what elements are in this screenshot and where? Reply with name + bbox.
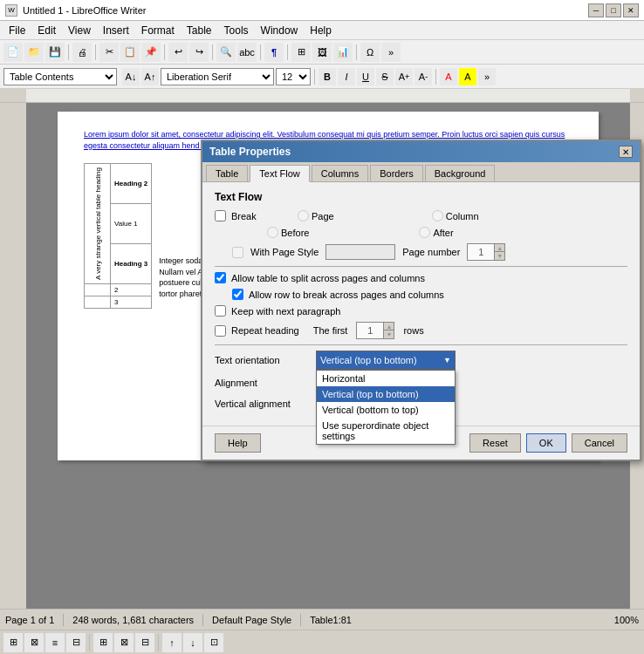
orientation-option-vertical-top[interactable]: Vertical (top to bottom) [317, 386, 455, 402]
dialog-title: Table Properties [209, 146, 291, 158]
maximize-button[interactable]: □ [606, 3, 621, 17]
tab-columns[interactable]: Columns [312, 165, 368, 181]
menu-insert[interactable]: Insert [98, 23, 134, 38]
font-selector[interactable]: Liberation Serif [161, 68, 274, 85]
style-selector[interactable]: Table Contents [3, 68, 117, 85]
toolbar-sep-1 [68, 44, 69, 60]
window-controls: ─ □ ✕ [588, 3, 639, 17]
paste-button[interactable]: 📌 [141, 43, 161, 62]
chart-button[interactable]: 📊 [333, 43, 353, 62]
print-button[interactable]: 🖨 [72, 43, 92, 62]
page-number-up[interactable]: ▲ [494, 244, 504, 252]
underline-button[interactable]: U [357, 68, 374, 85]
special-char-button[interactable]: Ω [360, 43, 380, 62]
zoom-level: 100% [614, 615, 639, 625]
font-size-selector[interactable]: 12 pt [276, 68, 311, 85]
more-fmt-button[interactable]: » [478, 68, 496, 85]
table-tool-5[interactable]: ⊞ [93, 633, 113, 652]
first-rows-up[interactable]: ▲ [383, 323, 394, 330]
table-row3-val: 3 [114, 298, 118, 306]
tab-table[interactable]: Table [206, 165, 248, 181]
rows-label: rows [403, 325, 423, 336]
menu-format[interactable]: Format [136, 23, 180, 38]
bold-button[interactable]: B [319, 68, 336, 85]
before-radio[interactable] [267, 227, 278, 238]
title-bar: W Untitled 1 - LibreOffice Writer ─ □ ✕ [0, 0, 644, 21]
table-tool-2[interactable]: ⊠ [24, 633, 44, 652]
dialog-close-button[interactable]: ✕ [619, 146, 633, 158]
keep-next-label: Keep with next paragraph [231, 306, 340, 317]
divider-2 [215, 344, 627, 345]
orientation-value: Vertical (top to bottom) [320, 355, 417, 365]
italic-button[interactable]: I [338, 68, 355, 85]
superscript-button[interactable]: A+ [395, 68, 413, 85]
page-radio[interactable] [298, 210, 309, 221]
column-radio[interactable] [432, 210, 443, 221]
ok-button[interactable]: OK [526, 433, 566, 453]
break-checkbox[interactable] [215, 210, 226, 221]
menu-table[interactable]: Table [182, 23, 217, 38]
text-orientation-row: Text orientation Vertical (top to bottom… [215, 351, 627, 370]
allow-row-break-checkbox[interactable] [232, 289, 243, 300]
redo-button[interactable]: ↪ [189, 43, 209, 62]
repeat-heading-checkbox[interactable] [215, 325, 226, 337]
minimize-button[interactable]: ─ [588, 3, 604, 17]
undo-button[interactable]: ↩ [168, 43, 188, 62]
after-radio[interactable] [419, 227, 430, 238]
image-button[interactable]: 🖼 [312, 43, 332, 62]
table-tool-9[interactable]: ↓ [183, 633, 202, 652]
cancel-button[interactable]: Cancel [572, 433, 627, 453]
tab-background[interactable]: Background [425, 165, 496, 181]
table-row1-val: Value 1 [114, 220, 138, 228]
save-button[interactable]: 💾 [45, 43, 65, 62]
subscript-button[interactable]: A- [414, 68, 432, 85]
table-tool-8[interactable]: ↑ [162, 633, 182, 652]
more-button[interactable]: » [381, 43, 401, 62]
keep-next-checkbox[interactable] [215, 305, 226, 317]
with-page-style-checkbox[interactable] [232, 247, 243, 258]
orientation-option-vertical-bottom[interactable]: Vertical (bottom to top) [317, 402, 455, 418]
table-tool-7[interactable]: ⊟ [135, 633, 154, 652]
orientation-option-superordinate[interactable]: Use superordinate object settings [317, 418, 455, 444]
style-icon-2[interactable]: A↑ [141, 68, 159, 85]
font-color-button[interactable]: A [440, 68, 457, 85]
allow-split-checkbox[interactable] [215, 272, 226, 283]
menu-file[interactable]: File [3, 23, 31, 38]
open-button[interactable]: 📁 [24, 43, 44, 62]
highlight-button[interactable]: A [459, 68, 476, 85]
break-label: Break [231, 211, 275, 221]
table-tool-1[interactable]: ⊞ [3, 633, 23, 652]
page-number-input[interactable] [468, 244, 494, 260]
page-style-input[interactable] [325, 244, 395, 260]
reset-button[interactable]: Reset [469, 433, 521, 453]
menu-window[interactable]: Window [256, 23, 304, 38]
strikethrough-button[interactable]: S [376, 68, 394, 85]
help-button[interactable]: Help [215, 433, 261, 453]
table-button[interactable]: ⊞ [291, 43, 311, 62]
copy-button[interactable]: 📋 [120, 43, 140, 62]
first-rows-spinbox: ▲ ▼ [356, 322, 394, 339]
char-format-button[interactable]: ¶ [264, 43, 284, 62]
first-rows-down[interactable]: ▼ [383, 330, 394, 338]
table-tool-6[interactable]: ⊠ [114, 633, 134, 652]
first-rows-input[interactable] [357, 323, 383, 338]
menu-help[interactable]: Help [305, 23, 337, 38]
spellcheck-button[interactable]: abc [237, 43, 257, 62]
menu-view[interactable]: View [63, 23, 96, 38]
tab-borders[interactable]: Borders [370, 165, 423, 181]
orientation-option-horizontal[interactable]: Horizontal [317, 371, 455, 386]
style-icon-1[interactable]: A↓ [122, 68, 140, 85]
status-sep-2 [202, 614, 203, 626]
table-tool-4[interactable]: ⊟ [66, 633, 86, 652]
menu-tools[interactable]: Tools [219, 23, 254, 38]
tab-text-flow[interactable]: Text Flow [250, 165, 309, 182]
table-tool-10[interactable]: ⊡ [204, 633, 223, 652]
find-button[interactable]: 🔍 [216, 43, 236, 62]
page-number-down[interactable]: ▼ [494, 252, 504, 260]
new-button[interactable]: 📄 [3, 43, 23, 62]
menu-edit[interactable]: Edit [32, 23, 61, 38]
orientation-select[interactable]: Vertical (top to bottom) ▼ [316, 351, 456, 370]
table-tool-3[interactable]: ≡ [45, 633, 65, 652]
close-window-button[interactable]: ✕ [623, 3, 639, 17]
cut-button[interactable]: ✂ [99, 43, 119, 62]
